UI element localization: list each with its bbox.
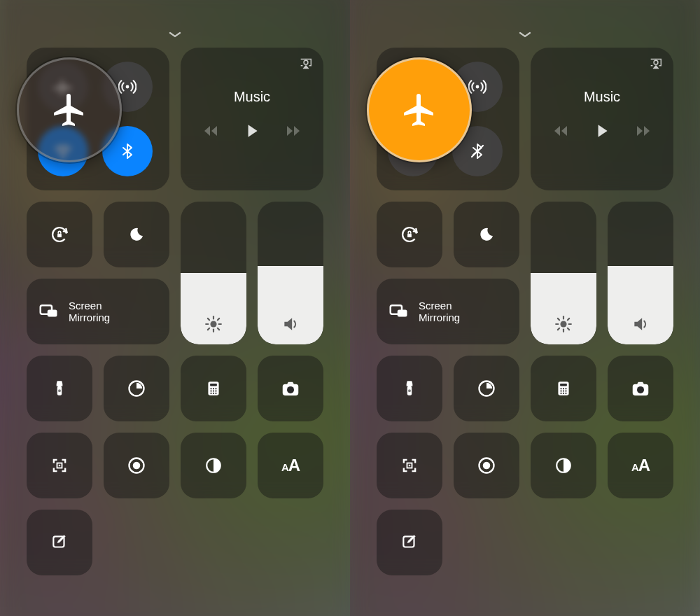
chevron-down-icon[interactable] [372, 14, 678, 48]
notes-compose-button[interactable] [377, 510, 442, 575]
moon-icon [478, 226, 495, 243]
sun-icon [531, 315, 596, 333]
screen-record-button[interactable] [104, 433, 169, 498]
airplane-highlight-off[interactable] [17, 57, 122, 162]
flashlight-icon [400, 379, 419, 398]
fast-forward-icon [635, 122, 652, 139]
do-not-disturb-toggle[interactable] [104, 202, 169, 267]
bluetooth-icon [119, 143, 136, 160]
rotation-lock-icon [50, 225, 69, 244]
dark-mode-icon [554, 456, 573, 475]
rewind-icon [202, 122, 219, 139]
fast-forward-button[interactable] [285, 122, 302, 139]
text-size-button[interactable]: AA [608, 433, 673, 498]
notes-compose-icon [400, 533, 419, 552]
screen-mirroring-button[interactable]: Screen Mirroring [377, 279, 519, 344]
rotation-lock-icon [400, 225, 419, 244]
rewind-button[interactable] [552, 122, 569, 139]
moon-icon [128, 226, 145, 243]
screen-mirroring-icon [38, 301, 59, 322]
cellular-antenna-icon [118, 78, 136, 96]
rewind-button[interactable] [202, 122, 219, 139]
calculator-icon [554, 379, 573, 398]
airplane-icon [401, 92, 438, 128]
play-button[interactable] [593, 122, 611, 140]
dark-mode-button[interactable] [181, 433, 246, 498]
brightness-fill [181, 273, 246, 344]
airplay-icon[interactable] [648, 56, 664, 71]
bluetooth-off-icon [469, 143, 486, 160]
speaker-icon [608, 315, 673, 333]
chevron-down-icon[interactable] [22, 14, 328, 48]
timer-icon [127, 379, 146, 398]
flashlight-button[interactable] [377, 356, 442, 421]
camera-button[interactable] [608, 356, 673, 421]
timer-button[interactable] [454, 356, 519, 421]
calculator-button[interactable] [531, 356, 596, 421]
calculator-button[interactable] [181, 356, 246, 421]
qr-scanner-button[interactable] [27, 433, 92, 498]
brightness-fill [531, 273, 596, 344]
play-button[interactable] [243, 122, 261, 140]
do-not-disturb-toggle[interactable] [454, 202, 519, 267]
brightness-slider[interactable] [181, 202, 246, 344]
play-icon [593, 122, 611, 140]
cellular-antenna-icon [468, 78, 486, 96]
sun-icon [181, 315, 246, 333]
airplay-icon[interactable] [298, 56, 314, 71]
now-playing-title: Music [584, 89, 620, 105]
airplane-icon [51, 92, 88, 128]
screen-mirroring-label: Screen Mirroring [419, 300, 460, 324]
text-size-icon: AA [281, 456, 300, 475]
speaker-icon [258, 315, 323, 333]
brightness-slider[interactable] [531, 202, 596, 344]
volume-slider[interactable] [608, 202, 673, 344]
flashlight-icon [50, 379, 69, 398]
volume-slider[interactable] [258, 202, 323, 344]
fast-forward-icon [285, 122, 302, 139]
screen-mirroring-label: Screen Mirroring [69, 300, 110, 324]
camera-button[interactable] [258, 356, 323, 421]
screen-record-icon [477, 456, 496, 475]
dark-mode-button[interactable] [531, 433, 596, 498]
rewind-icon [552, 122, 569, 139]
qr-scanner-button[interactable] [377, 433, 442, 498]
play-icon [243, 122, 261, 140]
timer-button[interactable] [104, 356, 169, 421]
rotation-lock-toggle[interactable] [27, 202, 92, 267]
fast-forward-button[interactable] [635, 122, 652, 139]
screen-record-icon [127, 456, 146, 475]
camera-icon [280, 378, 301, 399]
now-playing-panel[interactable]: Music [531, 48, 673, 190]
screen-mirroring-button[interactable]: Screen Mirroring [27, 279, 169, 344]
screen-record-button[interactable] [454, 433, 519, 498]
camera-icon [630, 378, 651, 399]
control-center-before: Music Screen Mirroring [0, 0, 350, 616]
qr-scanner-icon [400, 456, 419, 475]
screen-mirroring-icon [388, 301, 409, 322]
text-size-icon: AA [631, 456, 650, 475]
now-playing-panel[interactable]: Music [181, 48, 323, 190]
calculator-icon [204, 379, 223, 398]
notes-compose-button[interactable] [27, 510, 92, 575]
flashlight-button[interactable] [27, 356, 92, 421]
control-center-after: Music Screen Mirroring [350, 0, 700, 616]
now-playing-title: Music [234, 89, 270, 105]
timer-icon [477, 379, 496, 398]
notes-compose-icon [50, 533, 69, 552]
airplane-highlight-on[interactable] [367, 57, 472, 162]
text-size-button[interactable]: AA [258, 433, 323, 498]
qr-scanner-icon [50, 456, 69, 475]
dark-mode-icon [204, 456, 223, 475]
rotation-lock-toggle[interactable] [377, 202, 442, 267]
